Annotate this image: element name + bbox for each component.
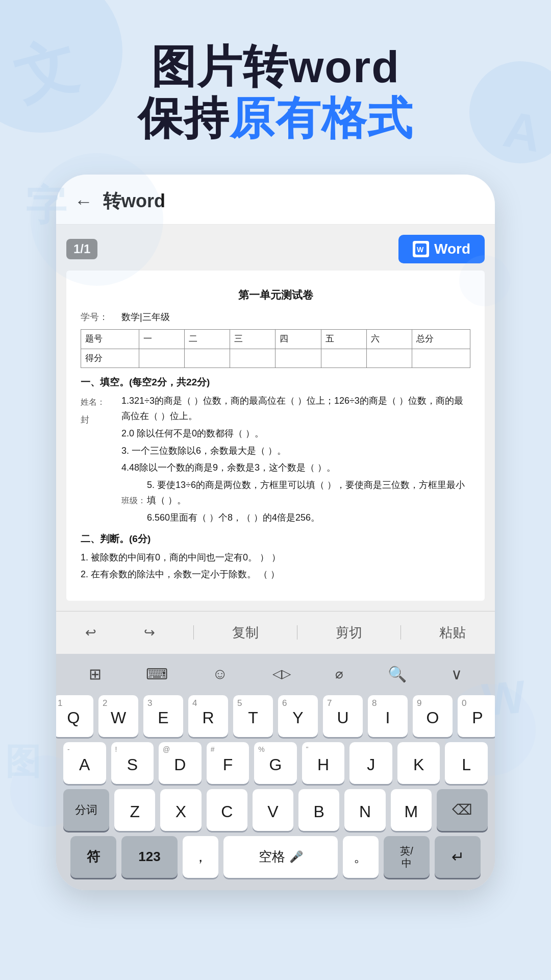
kb-key-m[interactable]: M [391,789,432,831]
doc-title: 第一单元测试卷 [81,286,470,304]
q1: 1.321÷3的商是（ ）位数，商的最高位在（ ）位上；126÷3的商是（ ）位… [121,393,470,424]
kb-row1: 1Q 2W 3E 4R 5T 6Y 7U 8I 9O 0P [63,695,488,737]
kb-123-button[interactable]: 123 [121,836,178,878]
kb-dot-button[interactable]: 。 [343,836,379,878]
kb-key-d[interactable]: @D [159,742,202,784]
app-title: 转word [103,189,165,214]
header-line2: 保持原有格式 [31,92,520,144]
kb-collapse-btn[interactable]: ∨ [444,661,469,687]
j1: 1. 被除数的中间有0，商的中间也一定有0。 ） ） [81,550,470,566]
score-table: 题号 一 二 三 四 五 六 总分 得分 [81,329,470,369]
xuehao-label: 学号： [81,309,121,325]
kb-key-a[interactable]: -A [63,742,106,784]
kb-key-j[interactable]: J [349,742,392,784]
kb-cursor-btn[interactable]: ◁▷ [265,663,298,685]
section1-content: 姓名： 封 1.321÷3的商是（ ）位数，商的最高位在（ ）位上；126÷3的… [81,393,470,527]
kb-link-btn[interactable]: ⌀ [328,662,350,686]
section2-title: 二、判断。(6分) [81,531,470,547]
kb-key-g[interactable]: %G [254,742,297,784]
kb-lang-button[interactable]: 英/中 [384,836,430,878]
kb-key-v[interactable]: V [253,789,293,831]
kb-key-b[interactable]: B [298,789,339,831]
kb-key-l[interactable]: L [445,742,488,784]
kb-bottom-row: 符 123 ， 空格 🎤 。 英/中 ↵ [63,836,488,878]
paste-button[interactable]: 粘贴 [430,621,475,645]
undo-button[interactable]: ↩ [76,622,106,644]
kb-search-btn[interactable]: 🔍 [381,661,414,687]
kb-split-word-btn[interactable]: 分词 [63,789,109,831]
mic-icon: 🎤 [289,850,303,864]
document-area: 1/1 W Word 第一单元测试卷 学号： 数学|三年级 [56,225,495,611]
kb-key-u[interactable]: 7U [323,695,363,737]
kb-key-o[interactable]: 9O [413,695,453,737]
header-line1: 图片转word [31,41,520,92]
svg-text:W: W [417,246,424,254]
toolbar-divider3 [400,625,401,640]
kb-key-e[interactable]: 3E [143,695,183,737]
app-header: ← 转word [56,175,495,225]
kb-key-p[interactable]: 0P [458,695,495,737]
j2: 2. 在有余数的除法中，余数一定小于除数。 （ ） [81,567,470,582]
kb-sym-button[interactable]: 符 [70,836,116,878]
kb-top-row: ⊞ ⌨ ☺ ◁▷ ⌀ 🔍 ∨ [56,654,495,692]
xingming-val: 封 [81,413,89,428]
edit-toolbar: ↩ ↪ 复制 剪切 粘贴 [56,611,495,654]
section2: 二、判断。(6分) 1. 被除数的中间有0，商的中间也一定有0。 ） ） 2. … [81,531,470,582]
q4: 4.48除以一个数的商是9，余数是3，这个数是（ ）。 [121,460,470,476]
kb-row2: -A !S @D #F %G "H J K L [63,742,488,784]
kb-key-c[interactable]: C [207,789,247,831]
redo-button[interactable]: ↪ [135,622,164,644]
kb-delete-button[interactable]: ⌫ [437,789,488,831]
word-button-label: Word [434,241,470,257]
kb-key-y[interactable]: 6Y [278,695,318,737]
kb-rows: 1Q 2W 3E 4R 5T 6Y 7U 8I 9O 0P -A !S @D #… [56,692,495,890]
q6: 6.560里面有（ ）个8，（ ）的4倍是256。 [147,510,470,526]
back-button[interactable]: ← [74,191,93,212]
copy-button[interactable]: 复制 [223,621,268,645]
kb-key-n[interactable]: N [344,789,385,831]
kb-key-t[interactable]: 5T [233,695,273,737]
space-label: 空格 [259,848,285,866]
kb-key-f[interactable]: #F [207,742,249,784]
kb-emoji-btn[interactable]: ☺ [205,661,235,687]
toolbar-divider2 [297,625,297,640]
phone-mockup: ← 转word 1/1 W Word 第一 [56,175,495,890]
q3: 3. 一个三位数除以6，余数最大是（ ）。 [121,443,470,459]
section1: 一、填空。(每空2分，共22分) 姓名： 封 1.321÷3的商是（ ）位数，商… [81,374,470,527]
section1-title: 一、填空。(每空2分，共22分) [81,374,470,390]
kb-grid-btn[interactable]: ⊞ [82,661,109,687]
toolbar-divider1 [193,625,194,640]
word-icon: W [413,241,429,257]
phone-container: ← 转word 1/1 W Word 第一 [0,175,551,890]
page-indicator: 1/1 [66,239,97,259]
kb-key-r[interactable]: 4R [188,695,228,737]
kb-key-i[interactable]: 8I [368,695,408,737]
kb-key-q[interactable]: 1Q [56,695,93,737]
kb-key-z[interactable]: Z [114,789,155,831]
kb-enter-button[interactable]: ↵ [435,836,481,878]
xingming-label: 姓名： [81,395,105,409]
doc-toolbar: 1/1 W Word [66,235,485,263]
kb-comma-button[interactable]: ， [183,836,218,878]
header-line2-prefix: 保持 [138,93,230,143]
kb-row3: 分词 Z X C V B N M ⌫ [63,789,488,831]
kb-key-w[interactable]: 2W [98,695,138,737]
header-line2-blue: 原有格式 [230,93,413,143]
banji-label: 班级： [121,494,146,507]
kb-key-s[interactable]: !S [111,742,154,784]
word-export-button[interactable]: W Word [398,235,485,263]
kb-space-button[interactable]: 空格 🎤 [223,836,338,878]
kb-keyboard-btn[interactable]: ⌨ [139,661,175,687]
q5: 5. 要使13÷6的商是两位数，方框里可以填（ ），要使商是三位数，方框里最小填… [147,477,470,508]
q2: 2.0 除以任何不是0的数都得（ ）。 [121,426,470,442]
header-section: 图片转word 保持原有格式 [0,0,551,164]
xuehao-val: 数学|三年级 [121,309,170,325]
kb-key-x[interactable]: X [160,789,201,831]
kb-key-k[interactable]: K [397,742,440,784]
kb-key-h[interactable]: "H [302,742,345,784]
document-page[interactable]: 第一单元测试卷 学号： 数学|三年级 题号 一 二 三 四 五 六 总 [66,271,485,601]
cut-button[interactable]: 剪切 [327,621,371,645]
keyboard: ⊞ ⌨ ☺ ◁▷ ⌀ 🔍 ∨ 1Q 2W 3E 4R 5T 6Y 7U [56,654,495,890]
